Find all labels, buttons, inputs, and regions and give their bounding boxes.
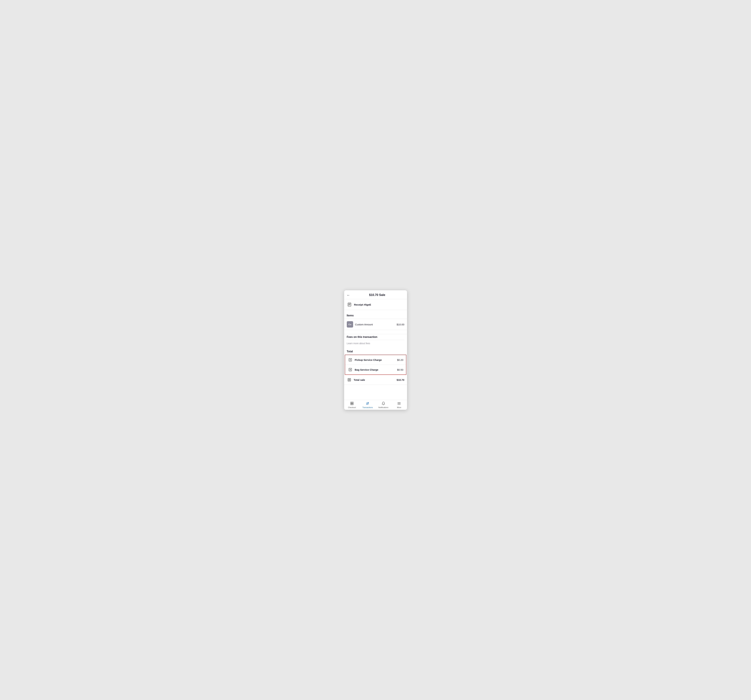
- nav-item-checkout[interactable]: Checkout: [344, 400, 360, 410]
- bag-charge-row: Bag Service Charge $0.50: [345, 365, 406, 375]
- checkout-icon: [350, 402, 354, 406]
- svg-rect-15: [352, 402, 353, 403]
- receipt-icon: [347, 302, 352, 307]
- pickup-charge-row: Pickup Service Charge $0.20: [345, 355, 406, 365]
- fees-link[interactable]: Learn more about fees: [344, 340, 407, 347]
- transactions-icon: [366, 402, 369, 406]
- back-button[interactable]: ←: [347, 293, 350, 297]
- highlighted-charges-box: Pickup Service Charge $0.20 Bag Service …: [345, 355, 406, 375]
- content-area: Receipt #5geE Items Cu Custom Amount $10…: [344, 299, 407, 400]
- nav-item-notifications[interactable]: Notifications: [376, 400, 391, 410]
- receipt-row: Receipt #5geE: [344, 299, 407, 310]
- spacer-1: [344, 330, 407, 334]
- transactions-label: Transactions: [362, 406, 373, 409]
- checkout-label: Checkout: [348, 406, 356, 409]
- phone-frame: ← $10.70 Sale Receipt #5geE Items Cu Cus…: [344, 290, 407, 410]
- more-icon: [397, 402, 401, 406]
- pickup-charge-icon: [348, 357, 353, 362]
- item-avatar: Cu: [347, 321, 353, 327]
- item-name: Custom Amount: [355, 323, 395, 326]
- notifications-icon: [382, 402, 385, 406]
- svg-rect-16: [351, 404, 352, 405]
- bag-charge-name: Bag Service Charge: [355, 368, 395, 371]
- header-title: $10.70 Sale: [350, 293, 404, 297]
- item-row: Cu Custom Amount $10.00: [344, 319, 407, 330]
- svg-rect-17: [352, 404, 353, 405]
- item-price: $10.00: [397, 323, 404, 326]
- receipt-label: Receipt #5geE: [354, 303, 371, 306]
- more-label: More: [397, 406, 401, 409]
- bag-charge-icon: [348, 367, 353, 372]
- fees-section-header: Fees on this transaction: [344, 334, 407, 340]
- total-sale-row: Total sale $10.70: [344, 375, 407, 385]
- notifications-label: Notifications: [379, 406, 388, 409]
- bag-charge-price: $0.50: [397, 368, 403, 371]
- pickup-charge-price: $0.20: [397, 358, 403, 361]
- header: ← $10.70 Sale: [344, 290, 407, 299]
- total-sale-price: $10.70: [397, 378, 404, 381]
- bottom-nav: Checkout Transactions Noti: [344, 400, 407, 410]
- nav-item-more[interactable]: More: [391, 400, 407, 410]
- pickup-charge-name: Pickup Service Charge: [355, 358, 395, 361]
- svg-rect-14: [351, 402, 352, 403]
- nav-item-transactions[interactable]: Transactions: [360, 400, 376, 410]
- items-section-header: Items: [344, 310, 407, 319]
- total-sale-icon: [347, 377, 352, 382]
- total-sale-label: Total sale: [354, 378, 395, 381]
- total-section-header: Total: [344, 347, 407, 355]
